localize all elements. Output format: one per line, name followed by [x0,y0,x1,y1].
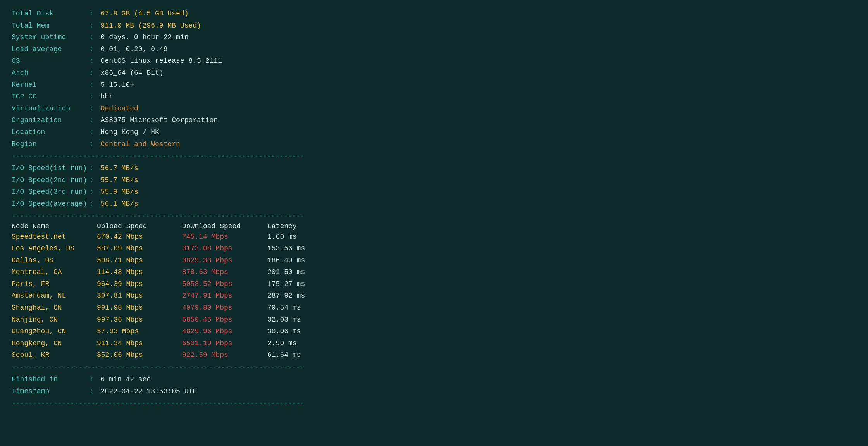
upload-speed: 57.93 Mbps [97,325,182,338]
node-name: Speedtest.net [12,231,97,243]
header-latency: Latency [267,222,297,230]
os-line: OS : CentOS Linux release 8.5.2111 [12,55,856,67]
arch-line: Arch : x86_64 (64 Bit) [12,67,856,79]
upload-speed: 508.71 Mbps [97,255,182,267]
arch-value: x86_64 (64 Bit) [101,67,164,79]
divider-2: ----------------------------------------… [12,212,856,220]
kernel-value: 5.15.10+ [101,79,134,91]
tcp-value: bbr [101,91,113,103]
location-value: Hong Kong / HK [101,126,159,138]
io-run2-value: 55.7 MB/s [101,174,138,186]
io-avg-line: I/O Speed(average) : 56.1 MB/s [12,198,856,210]
node-name: Dallas, US [12,255,97,267]
io-section: I/O Speed(1st run) : 56.7 MB/s I/O Speed… [12,162,856,210]
header-node: Node Name [12,222,97,230]
latency-val: 79.54 ms [267,302,301,314]
network-table-row: Seoul, KR 852.06 Mbps 922.59 Mbps 61.64 … [12,349,856,361]
latency-val: 153.56 ms [267,243,305,255]
location-label: Location [12,126,89,138]
uptime-line: System uptime : 0 days, 0 hour 22 min [12,31,856,43]
network-table-row: Montreal, CA 114.48 Mbps 878.63 Mbps 201… [12,266,856,278]
timestamp-label: Timestamp [12,386,89,398]
virt-label: Virtualization [12,103,89,115]
latency-val: 1.60 ms [267,231,297,243]
org-value: AS8075 Microsoft Corporation [101,114,218,126]
finished-line: Finished in : 6 min 42 sec [12,374,856,386]
network-table-header: Node Name Upload Speed Download Speed La… [12,222,856,230]
os-value: CentOS Linux release 8.5.2111 [101,55,222,67]
node-name: Nanjing, CN [12,314,97,326]
total-mem-label: Total Mem [12,20,89,32]
latency-val: 30.06 ms [267,325,301,338]
header-upload: Upload Speed [97,222,182,230]
network-table-row: Nanjing, CN 997.36 Mbps 5850.45 Mbps 32.… [12,314,856,326]
download-speed: 3829.33 Mbps [182,255,267,267]
finished-value: 6 min 42 sec [101,374,151,386]
network-table-row: Paris, FR 964.39 Mbps 5058.52 Mbps 175.2… [12,278,856,290]
latency-val: 61.64 ms [267,349,301,361]
io-run3-label: I/O Speed(3rd run) [12,186,89,198]
system-info: Total Disk : 67.8 GB (4.5 GB Used) Total… [12,8,856,150]
latency-val: 186.49 ms [267,255,305,267]
download-speed: 3173.08 Mbps [182,243,267,255]
io-run1-value: 56.7 MB/s [101,162,138,174]
io-run3-value: 55.9 MB/s [101,186,138,198]
download-speed: 4979.80 Mbps [182,302,267,314]
node-name: Los Angeles, US [12,243,97,255]
load-value: 0.01, 0.20, 0.49 [101,43,168,55]
io-run2-line: I/O Speed(2nd run) : 55.7 MB/s [12,174,856,186]
network-table: Speedtest.net 670.42 Mbps 745.14 Mbps 1.… [12,231,856,362]
location-line: Location : Hong Kong / HK [12,126,856,138]
upload-speed: 997.36 Mbps [97,314,182,326]
region-value: Central and Western [101,138,180,150]
arch-label: Arch [12,67,89,79]
network-table-row: Guangzhou, CN 57.93 Mbps 4829.96 Mbps 30… [12,325,856,338]
divider-1: ----------------------------------------… [12,152,856,160]
network-table-row: Dallas, US 508.71 Mbps 3829.33 Mbps 186.… [12,255,856,267]
upload-speed: 114.48 Mbps [97,266,182,278]
timestamp-value: 2022-04-22 13:53:05 UTC [101,386,197,398]
io-run1-label: I/O Speed(1st run) [12,162,89,174]
upload-speed: 587.09 Mbps [97,243,182,255]
latency-val: 175.27 ms [267,278,305,290]
region-line: Region : Central and Western [12,138,856,150]
io-run2-label: I/O Speed(2nd run) [12,174,89,186]
org-line: Organization : AS8075 Microsoft Corporat… [12,114,856,126]
download-speed: 745.14 Mbps [182,231,267,243]
virt-line: Virtualization : Dedicated [12,103,856,115]
latency-val: 32.03 ms [267,314,301,326]
upload-speed: 852.06 Mbps [97,349,182,361]
total-mem-line: Total Mem : 911.0 MB (296.9 MB Used) [12,20,856,32]
io-avg-value: 56.1 MB/s [101,198,138,210]
network-table-row: Speedtest.net 670.42 Mbps 745.14 Mbps 1.… [12,231,856,243]
node-name: Guangzhou, CN [12,325,97,338]
upload-speed: 307.81 Mbps [97,290,182,302]
download-speed: 2747.91 Mbps [182,290,267,302]
total-mem-value: 911.0 MB (296.9 MB Used) [101,20,201,32]
timestamp-line: Timestamp : 2022-04-22 13:53:05 UTC [12,386,856,398]
download-speed: 4829.96 Mbps [182,325,267,338]
network-table-row: Shanghai, CN 991.98 Mbps 4979.80 Mbps 79… [12,302,856,314]
load-line: Load average : 0.01, 0.20, 0.49 [12,43,856,55]
upload-speed: 964.39 Mbps [97,278,182,290]
footer-section: Finished in : 6 min 42 sec Timestamp : 2… [12,374,856,397]
tcp-label: TCP CC [12,91,89,103]
download-speed: 922.59 Mbps [182,349,267,361]
network-table-row: Los Angeles, US 587.09 Mbps 3173.08 Mbps… [12,243,856,255]
divider-3: ----------------------------------------… [12,363,856,371]
total-disk-label: Total Disk [12,8,89,20]
io-avg-label: I/O Speed(average) [12,198,89,210]
node-name: Hongkong, CN [12,338,97,350]
latency-val: 2.90 ms [267,338,297,350]
total-disk-line: Total Disk : 67.8 GB (4.5 GB Used) [12,8,856,20]
uptime-label: System uptime [12,31,89,43]
network-table-row: Hongkong, CN 911.34 Mbps 6501.19 Mbps 2.… [12,338,856,350]
org-label: Organization [12,114,89,126]
io-run1-line: I/O Speed(1st run) : 56.7 MB/s [12,162,856,174]
total-disk-value: 67.8 GB (4.5 GB Used) [101,8,189,20]
download-speed: 878.63 Mbps [182,266,267,278]
upload-speed: 670.42 Mbps [97,231,182,243]
node-name: Shanghai, CN [12,302,97,314]
upload-speed: 911.34 Mbps [97,338,182,350]
download-speed: 5058.52 Mbps [182,278,267,290]
